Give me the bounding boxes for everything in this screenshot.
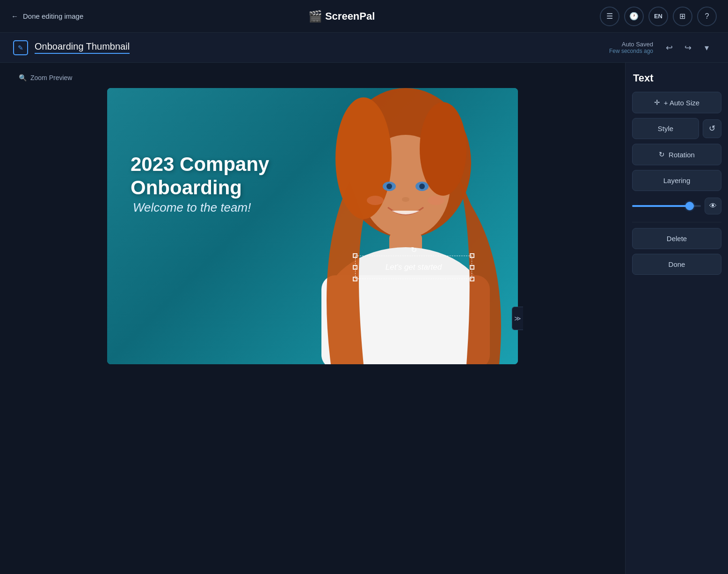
canvas-area: 🔍 Zoom Preview	[0, 63, 625, 574]
delete-label: Delete	[667, 235, 687, 243]
opacity-slider[interactable]	[632, 205, 701, 207]
help-icon: ?	[705, 12, 709, 21]
toolbar-buttons: ↩ ↪ ▾	[661, 39, 715, 56]
main-content: 🔍 Zoom Preview	[0, 63, 728, 574]
zoom-icon: 🔍	[19, 74, 27, 81]
help-button[interactable]: ?	[697, 7, 717, 26]
thumbnail-canvas[interactable]: 2023 Company Onboarding Welcome to the t…	[107, 88, 518, 364]
back-button[interactable]: ← Done editing image	[11, 12, 83, 20]
style-button[interactable]: Style	[632, 118, 699, 139]
rotation-button[interactable]: ↻ Rotation	[632, 144, 721, 165]
handle-bottom-right[interactable]	[470, 277, 474, 281]
opacity-row: 👁	[632, 196, 721, 216]
rotate-handle[interactable]: ↻	[410, 245, 417, 253]
auto-saved-sub: Few seconds ago	[609, 48, 653, 54]
back-label: Done editing image	[23, 12, 83, 20]
lang-button[interactable]: EN	[648, 7, 668, 26]
dropdown-button[interactable]: ▾	[698, 39, 715, 56]
auto-saved-area: Auto Saved Few seconds ago ↩ ↪ ▾	[609, 39, 715, 56]
history-icon: 🕐	[629, 12, 639, 21]
handle-mid-left[interactable]	[353, 265, 357, 270]
selected-text-element[interactable]: ↻ Let's get started	[355, 256, 472, 279]
layering-label: Layering	[663, 177, 691, 184]
handle-top-right[interactable]	[470, 253, 474, 258]
second-bar: ✎ Onboarding Thumbnail Auto Saved Few se…	[0, 33, 728, 63]
redo-button[interactable]: ↪	[679, 39, 696, 56]
done-button[interactable]: Done	[632, 254, 721, 275]
zoom-bar[interactable]: 🔍 Zoom Preview	[19, 74, 72, 81]
style-label: Style	[658, 125, 673, 132]
canvas-title: 2023 Company Onboarding	[131, 153, 318, 200]
top-bar-right: ☰ 🕐 EN ⊞ ?	[600, 7, 717, 26]
undo-button[interactable]: ↩	[661, 39, 677, 56]
svg-point-9	[386, 184, 392, 189]
selection-container: ↻ Let's get started	[355, 256, 472, 279]
auto-size-plus-icon: ✛	[654, 98, 660, 107]
undo-icon: ↩	[666, 43, 673, 53]
svg-point-10	[419, 184, 425, 189]
lang-label: EN	[654, 13, 662, 20]
style-reset-icon: ↺	[709, 124, 715, 133]
menu-button[interactable]: ☰	[600, 7, 619, 26]
back-arrow-icon: ←	[11, 12, 18, 20]
visibility-toggle[interactable]: 👁	[705, 198, 721, 214]
collapse-panel-button[interactable]: ≫	[512, 307, 523, 330]
top-bar: ← Done editing image 🎬 ScreenPal ☰ 🕐 EN …	[0, 0, 728, 33]
style-row: Style ↺	[632, 118, 721, 139]
handle-mid-right[interactable]	[470, 265, 474, 270]
logo: 🎬 ScreenPal	[308, 10, 375, 23]
auto-saved-text: Auto Saved Few seconds ago	[609, 41, 653, 54]
edit-icon: ✎	[13, 40, 28, 55]
layering-button[interactable]: Layering	[632, 170, 721, 191]
person-image	[270, 88, 518, 364]
handle-top-left[interactable]	[353, 253, 357, 258]
menu-icon: ☰	[606, 12, 613, 21]
title-area: ✎ Onboarding Thumbnail	[13, 40, 130, 55]
redo-icon: ↪	[684, 43, 692, 53]
style-reset-button[interactable]: ↺	[703, 119, 721, 138]
dropdown-icon: ▾	[705, 43, 709, 53]
canvas-subtitle: Welcome to the team!	[133, 200, 251, 215]
handle-bottom-left[interactable]	[353, 277, 357, 281]
svg-point-12	[428, 196, 444, 205]
svg-point-11	[367, 196, 384, 205]
panel-title: Text	[632, 72, 721, 84]
svg-point-3	[420, 102, 466, 196]
rotation-icon: ↻	[659, 150, 665, 159]
auto-size-button[interactable]: ✛ + Auto Size	[632, 92, 721, 113]
selected-text-label: Let's get started	[355, 256, 472, 279]
history-button[interactable]: 🕐	[624, 7, 644, 26]
rotation-label: Rotation	[669, 151, 695, 159]
right-panel: Text ✛ + Auto Size Style ↺ ↻ Rotation La…	[625, 63, 728, 574]
collapse-arrow-icon: ≫	[514, 315, 521, 322]
logo-icon: 🎬	[308, 10, 322, 23]
document-title: Onboarding Thumbnail	[35, 41, 130, 54]
done-label: Done	[669, 260, 685, 268]
zoom-label: Zoom Preview	[30, 74, 72, 81]
svg-point-13	[402, 197, 409, 202]
eye-icon: 👁	[709, 202, 717, 210]
logo-text: ScreenPal	[325, 10, 375, 22]
layers-button[interactable]: ⊞	[673, 7, 692, 26]
auto-size-label: + Auto Size	[664, 99, 699, 107]
layers-icon: ⊞	[679, 12, 685, 21]
divider	[632, 222, 721, 222]
delete-button[interactable]: Delete	[632, 228, 721, 249]
auto-saved-title: Auto Saved	[609, 41, 653, 48]
